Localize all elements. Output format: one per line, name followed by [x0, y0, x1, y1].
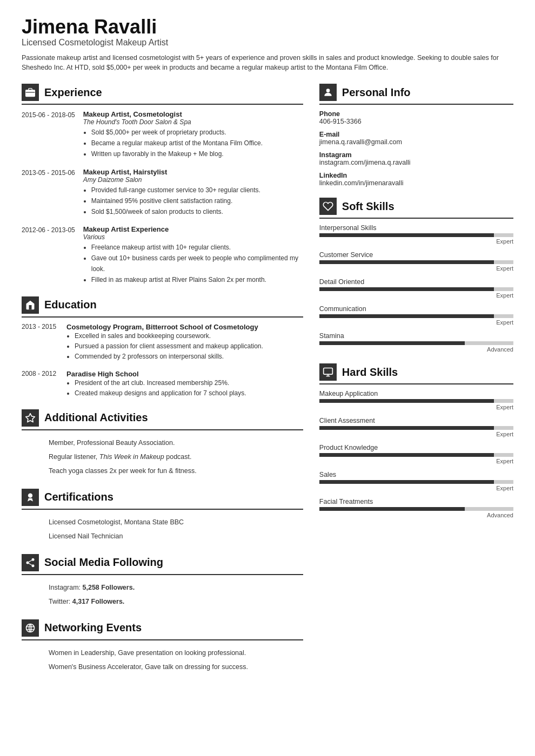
skill-name: Detail Oriented	[319, 278, 513, 286]
exp-bullets: Sold $5,000+ per week of proprietary pro…	[83, 127, 263, 160]
skill-bar-bg	[319, 480, 513, 484]
skill-bar-fill	[319, 287, 494, 291]
exp-job-title: Makeup Artist, Hairstylist	[83, 168, 260, 176]
education-header: Education	[22, 296, 303, 318]
edu-date: 2008 - 2012	[22, 370, 58, 399]
activities-title: Additional Activities	[44, 411, 148, 424]
activities-header: Additional Activities	[22, 409, 303, 430]
personal-info-header: Personal Info	[319, 84, 513, 105]
soft-skills-header: Soft Skills	[319, 198, 513, 219]
skill-bar-fill	[319, 426, 494, 430]
social-twitter: Twitter: 4,317 Followers.	[22, 595, 303, 609]
education-section: Education 2013 - 2015 Cosmetology Progra…	[22, 296, 303, 399]
social-media-icon	[22, 554, 39, 571]
candidate-name: Jimena Ravalli	[22, 16, 513, 38]
main-layout: Experience 2015-06 - 2018-05 Makeup Arti…	[22, 84, 513, 685]
skill-row: Facial Treatments Advanced	[319, 498, 513, 518]
skill-row: Sales Expert	[319, 471, 513, 491]
activity-item-1: Member, Professional Beauty Association.	[22, 436, 303, 450]
experience-entries: 2015-06 - 2018-05 Makeup Artist, Cosmeto…	[22, 110, 303, 286]
hard-skills-title: Hard Skills	[342, 366, 398, 379]
edu-bullets: Excelled in sales and bookkeeping course…	[66, 331, 263, 362]
svg-rect-13	[323, 368, 332, 375]
skill-name: Makeup Application	[319, 390, 513, 397]
hard-skills-list: Makeup Application Expert Client Assessm…	[319, 390, 513, 518]
personal-info-icon	[319, 84, 337, 101]
personal-label: LinkedIn	[319, 172, 513, 179]
hard-skills-section: Hard Skills Makeup Application Expert Cl…	[319, 363, 513, 518]
skill-level: Expert	[319, 458, 513, 464]
social-instagram: Instagram: 5,258 Followers.	[22, 580, 303, 595]
skill-bar-bg	[319, 426, 513, 430]
skill-bar-bg	[319, 314, 513, 318]
exp-date: 2013-05 - 2015-06	[22, 168, 75, 218]
education-entries: 2013 - 2015 Cosmetology Program, Bitterr…	[22, 323, 303, 399]
networking-section: Networking Events Women in Leadership, G…	[22, 619, 303, 674]
skill-row: Detail Oriented Expert	[319, 278, 513, 299]
svg-point-4	[28, 493, 32, 497]
skill-name: Communication	[319, 305, 513, 313]
network-item-1: Women in Leadership, Gave presentation o…	[22, 646, 303, 660]
skill-level: Expert	[319, 238, 513, 245]
skill-row: Client Assessment Expert	[319, 417, 513, 437]
exp-content: Makeup Artist, Hairstylist Amy Daizome S…	[83, 168, 260, 218]
skill-row: Stamina Advanced	[319, 332, 513, 353]
skill-bar-fill	[319, 233, 494, 237]
skill-row: Communication Expert	[319, 305, 513, 326]
personal-row: Phone 406-915-3366	[319, 110, 513, 125]
personal-value: linkedin.com/in/jimenaravalli	[319, 179, 513, 187]
personal-row: E-mail jimena.q.ravalli@gmail.com	[319, 131, 513, 146]
certifications-icon	[22, 489, 39, 506]
candidate-summary: Passionate makeup artist and licensed co…	[22, 53, 513, 73]
svg-marker-3	[26, 414, 35, 422]
personal-label: Phone	[319, 110, 513, 118]
exp-company: The Hound's Tooth Door Salon & Spa	[83, 118, 263, 126]
personal-info-section: Personal Info Phone 406-915-3366 E-mail …	[319, 84, 513, 187]
skill-bar-bg	[319, 341, 513, 345]
skill-level: Advanced	[319, 512, 513, 518]
svg-point-7	[32, 564, 35, 567]
skill-bar-fill	[319, 507, 465, 511]
skill-bar-bg	[319, 453, 513, 457]
left-column: Experience 2015-06 - 2018-05 Makeup Arti…	[22, 84, 303, 685]
skill-bar-fill	[319, 314, 494, 318]
exp-content: Makeup Artist, Cosmetologist The Hound's…	[83, 110, 263, 160]
skill-bar-bg	[319, 507, 513, 511]
personal-label: Instagram	[319, 151, 513, 159]
edu-school-title: Cosmetology Program, Bitterroot School o…	[66, 323, 263, 331]
networking-header: Networking Events	[22, 619, 303, 640]
experience-icon	[22, 84, 39, 101]
skill-name: Facial Treatments	[319, 498, 513, 505]
activity-item-2: Regular listener, This Week in Makeup po…	[22, 450, 303, 464]
svg-line-8	[29, 563, 32, 565]
networking-icon	[22, 619, 39, 637]
svg-point-5	[32, 558, 35, 561]
education-icon	[22, 296, 39, 314]
soft-skills-section: Soft Skills Interpersonal Skills Expert …	[319, 198, 513, 353]
skill-bar-bg	[319, 287, 513, 291]
exp-bullets: Provided full-range customer service to …	[83, 185, 260, 218]
soft-skills-list: Interpersonal Skills Expert Customer Ser…	[319, 224, 513, 353]
edu-entry: 2013 - 2015 Cosmetology Program, Bitterr…	[22, 323, 303, 362]
skill-level: Expert	[319, 319, 513, 326]
skill-level: Advanced	[319, 346, 513, 353]
exp-job-title: Makeup Artist Experience	[83, 225, 303, 233]
personal-row: LinkedIn linkedin.com/in/jimenaravalli	[319, 172, 513, 187]
certifications-section: Certifications Licensed Cosmetologist, M…	[22, 489, 303, 543]
skill-bar-fill	[319, 399, 494, 403]
skill-name: Interpersonal Skills	[319, 224, 513, 232]
skill-name: Sales	[319, 471, 513, 478]
exp-date: 2012-06 - 2013-05	[22, 225, 75, 286]
activity-item-3: Teach yoga classes 2x per week for fun &…	[22, 464, 303, 478]
skill-row: Product Knowledge Expert	[319, 444, 513, 464]
skill-row: Interpersonal Skills Expert	[319, 224, 513, 245]
skill-name: Product Knowledge	[319, 444, 513, 451]
skill-level: Expert	[319, 485, 513, 491]
edu-date: 2013 - 2015	[22, 323, 58, 362]
education-title: Education	[44, 299, 97, 311]
exp-content: Makeup Artist Experience Various Freelan…	[83, 225, 303, 286]
edu-content: Cosmetology Program, Bitterroot School o…	[66, 323, 263, 362]
skill-bar-fill	[319, 260, 494, 264]
exp-bullets: Freelance makeup artist with 10+ regular…	[83, 242, 303, 285]
skill-bar-fill	[319, 453, 494, 457]
